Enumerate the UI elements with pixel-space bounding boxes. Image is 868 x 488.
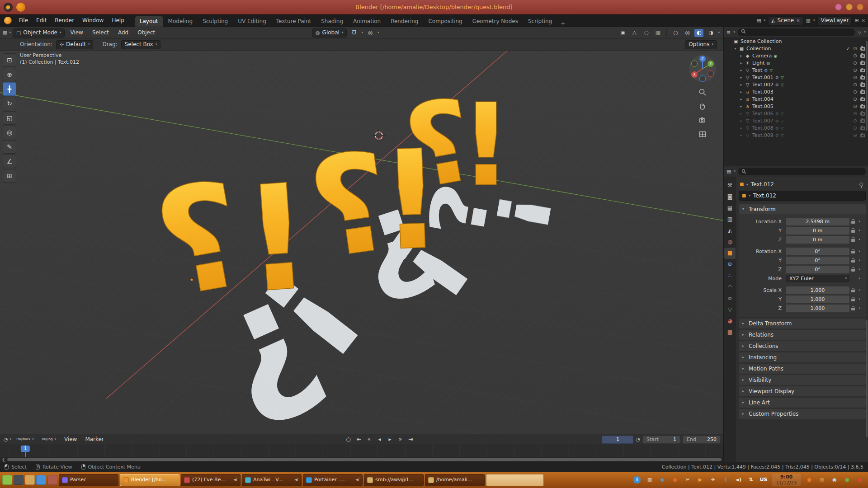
editor-type-icon[interactable]: ≡ (726, 29, 731, 35)
breadcrumb-object[interactable]: Text.012 (751, 181, 774, 188)
tab-output[interactable]: ▤ (724, 202, 736, 214)
hide-in-viewport-icon[interactable]: ⊙ (851, 46, 859, 52)
outliner-item-label[interactable]: Text.009 (751, 132, 774, 138)
lock-icon[interactable] (849, 229, 857, 233)
perspective-toggle-icon[interactable] (698, 129, 708, 139)
annotate-tool[interactable]: ✎ (3, 140, 16, 154)
disable-in-render-icon[interactable] (860, 127, 865, 130)
tray-network-icon[interactable]: ⇅ (745, 474, 757, 486)
neg-y-axis-ball[interactable] (692, 61, 698, 67)
outliner-item-label[interactable]: Text.003 (751, 89, 774, 95)
jump-to-prev-keyframe-button[interactable]: « (364, 436, 374, 444)
tray-screenshot-icon[interactable]: ✂ (682, 474, 693, 486)
properties-panel-header[interactable]: ▸ Collections (739, 341, 866, 351)
taskbar-window-button[interactable]: Portainer -... ◄) (303, 474, 363, 486)
disclosure-triangle-icon[interactable]: ▾ (732, 47, 738, 51)
hide-in-viewport-icon[interactable]: ⊝ (851, 132, 859, 138)
tray-media-icon[interactable]: ▶ (694, 474, 706, 486)
tab-texture[interactable]: ▩ (724, 327, 736, 338)
properties-search[interactable] (738, 168, 866, 175)
shading-dropdown-icon[interactable]: ▾ (718, 31, 720, 34)
taskbar-window-button[interactable]: AnaTwi - V... ◄) (242, 474, 302, 486)
outliner-row[interactable]: ▣ Scene Collection ✓ (724, 38, 868, 45)
launcher-terminal[interactable] (14, 475, 24, 485)
drag-dropdown[interactable]: Select Box ▾ (121, 40, 161, 49)
outliner-row[interactable]: ▸ ▽ Text.009 ⚙ ▽ ✓ ⊝ (724, 132, 868, 139)
tray-telegram-icon[interactable]: ✈ (707, 474, 719, 486)
hide-in-viewport-icon[interactable]: ⊙ (851, 89, 859, 95)
outliner-row[interactable]: ▸ ▽ Text.006 ⚙ ▽ ✓ ⊝ (724, 110, 868, 117)
launcher-browser[interactable] (36, 475, 46, 485)
tab-particles[interactable]: ∴ (724, 270, 736, 282)
show-gizmo-icon[interactable]: △ (630, 29, 639, 37)
play-button[interactable]: ▸ (385, 436, 395, 444)
minimize-button[interactable] (835, 4, 842, 10)
add-cube-tool[interactable]: ⊞ (3, 169, 16, 183)
outliner-item-label[interactable]: Text.004 (751, 96, 774, 102)
shading-material-icon[interactable]: ◐ (694, 29, 703, 37)
disable-in-render-icon[interactable] (860, 134, 865, 137)
transform-value-field[interactable]: 0° ▾ (786, 248, 849, 255)
hide-in-viewport-icon[interactable]: ⊝ (851, 118, 859, 124)
disable-in-render-icon[interactable] (860, 105, 865, 108)
workspace-tab[interactable]: Shading (316, 16, 348, 27)
animate-property-icon[interactable]: • (857, 258, 862, 263)
outliner-item-label[interactable]: Text.002 (751, 82, 774, 88)
shading-wireframe-icon[interactable]: ○ (671, 29, 680, 37)
outliner-row[interactable]: ▸ a Text.003 ✓ ⊙ (724, 89, 868, 96)
outliner-item-label[interactable]: Text.005 (751, 103, 774, 109)
tab-physics[interactable]: ◠ (724, 282, 736, 293)
viewport-menu[interactable]: Add (114, 29, 132, 36)
lock-icon[interactable] (849, 238, 857, 242)
transform-value-field[interactable]: 1.000 ▾ (786, 286, 849, 294)
tab-world[interactable]: ◍ (724, 236, 736, 248)
animate-property-icon[interactable]: • (857, 276, 862, 281)
taskbar-window-button[interactable]: Blender [/ho... ◄) (120, 474, 179, 486)
rotate-tool[interactable]: ↻ (3, 97, 16, 110)
editor-type-icon[interactable]: ▤ (726, 169, 731, 174)
animate-property-icon[interactable]: • (857, 219, 862, 224)
toggle-xray-icon[interactable]: ▥ (653, 29, 662, 37)
taskbar-window-button[interactable]: smb://awv@1... ◄) (364, 474, 424, 486)
current-frame-field[interactable]: 1 (602, 436, 633, 444)
disable-in-render-icon[interactable] (860, 90, 865, 94)
expand-region-icon[interactable]: ❮ (2, 457, 5, 462)
animate-property-icon[interactable]: • (857, 249, 862, 254)
cursor-tool[interactable]: ⊕ (3, 68, 16, 81)
tray-record-icon[interactable]: ● (669, 474, 681, 486)
workspace-tab[interactable]: Scripting (524, 16, 557, 27)
add-workspace-button[interactable]: + (557, 20, 569, 27)
outliner-row[interactable]: ▸ ▽ Text ⚙ ▽ ✓ ⊙ (724, 67, 868, 74)
tray-package-icon[interactable]: ▦ (816, 474, 828, 486)
view-layer-selector[interactable]: ViewLayer (817, 16, 852, 25)
tab-object-data[interactable]: ▽ (724, 304, 736, 315)
remove-view-layer-icon[interactable]: ✕ (862, 18, 865, 23)
disclosure-triangle-icon[interactable]: ▸ (738, 90, 744, 94)
animate-property-icon[interactable]: • (857, 237, 862, 242)
blender-menu-icon[interactable] (4, 17, 12, 24)
viewport-menu[interactable]: View (66, 29, 86, 36)
transform-value-field[interactable]: 0° ▾ (786, 257, 849, 264)
properties-scrollbar[interactable] (866, 320, 868, 437)
hide-in-viewport-icon[interactable]: ⊙ (851, 60, 859, 66)
disclosure-triangle-icon[interactable]: ▸ (738, 104, 744, 109)
tray-clipboard-icon[interactable]: ▥ (644, 474, 656, 486)
workspace-tab[interactable]: Compositing (424, 16, 467, 27)
properties-panel-header[interactable]: ▸ Motion Paths (739, 364, 866, 374)
disclosure-triangle-icon[interactable]: ▸ (738, 68, 744, 73)
properties-panel-header[interactable]: ▸ Custom Properties (739, 409, 866, 419)
proportional-editing-icon[interactable]: ◎ (366, 29, 375, 37)
select-box-tool[interactable]: ⊡ (3, 53, 16, 67)
jump-to-next-keyframe-button[interactable]: » (396, 436, 405, 444)
lock-icon[interactable] (849, 297, 857, 301)
options-dropdown[interactable]: Options ▾ (685, 40, 717, 49)
menubar-menu[interactable]: Window (78, 14, 108, 27)
timeline-scrollbar[interactable] (7, 458, 722, 461)
taskbar-window-button[interactable]: (72) I've Be... ◄) (181, 474, 241, 486)
menubar-menu[interactable]: Edit (32, 14, 51, 27)
disclosure-triangle-icon[interactable]: ▸ (738, 97, 744, 102)
outliner-row[interactable]: ▾ ▦ Collection ✓ ⊙ (724, 45, 868, 52)
chevron-down-icon[interactable]: ▾ (864, 30, 866, 34)
animate-property-icon[interactable]: • (857, 267, 862, 272)
keyboard-layout-indicator[interactable]: US (758, 474, 769, 486)
